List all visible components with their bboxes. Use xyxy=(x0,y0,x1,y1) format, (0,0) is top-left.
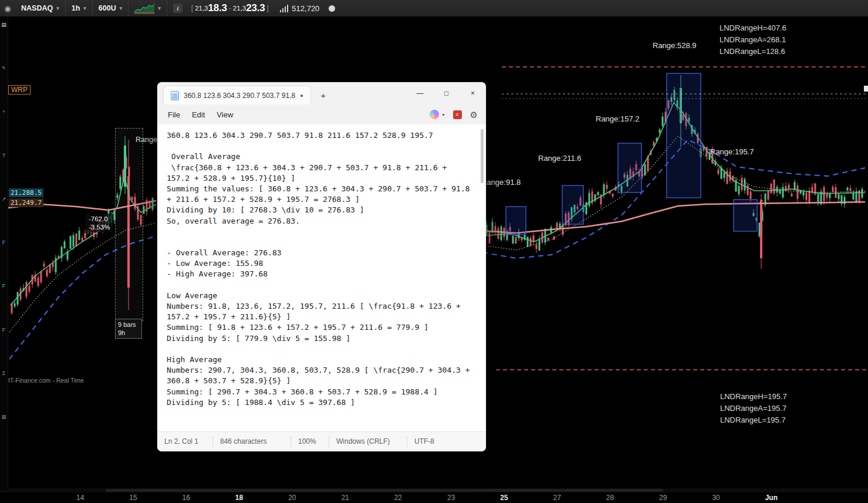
time-axis-label: Jun xyxy=(765,494,778,502)
editor-lines: 360.8 123.6 304.3 290.7 503.7 91.8 211.6… xyxy=(167,130,475,408)
lnd-range-item: LNDRangeL=195.7 xyxy=(720,414,787,426)
toolbar-icon[interactable]: F xyxy=(2,328,6,333)
editor-line xyxy=(167,141,475,151)
time-axis-label: 20 xyxy=(288,494,296,502)
time-axis-label: 15 xyxy=(129,494,137,502)
notepad-statusbar: Ln 2, Col 1 846 characters 100% Windows … xyxy=(157,431,486,451)
price-display: [ 21,3 18.3 - 21,3 23.3 ] xyxy=(190,3,271,13)
copilot-icon[interactable] xyxy=(430,110,439,119)
units-dropdown[interactable]: 600U ▾ xyxy=(93,0,129,16)
horizontal-scrollbar[interactable] xyxy=(0,488,868,492)
status-line-ending[interactable]: Windows (CRLF) xyxy=(329,436,407,448)
watermark: IT-Finance.com - Real Time xyxy=(8,377,84,384)
chevron-down-icon: ▾ xyxy=(83,6,86,11)
time-axis-label: 25 xyxy=(500,494,508,502)
toolbar-icon[interactable]: + xyxy=(2,109,5,114)
info-icon[interactable]: i xyxy=(173,4,183,13)
time-axis-label: 16 xyxy=(183,494,190,502)
time-axis-label: 23 xyxy=(447,494,455,502)
menu-edit[interactable]: Edit xyxy=(186,108,211,121)
symbol-dropdown[interactable]: NASDAQ ▾ xyxy=(15,0,66,16)
editor-line: 157.2 + 195.7 + 211.6}{5} ] xyxy=(167,312,475,322)
status-character-count: 846 characters xyxy=(212,436,291,448)
toolbar-icon[interactable]: ▦ xyxy=(1,414,6,420)
time-axis-label: 22 xyxy=(394,494,402,502)
editor-line: 360.8 123.6 304.3 290.7 503.7 91.8 211.6… xyxy=(167,130,475,141)
menu-view[interactable]: View xyxy=(211,108,239,121)
price-separator: - xyxy=(227,5,233,13)
window-controls: — □ × xyxy=(407,82,486,104)
editor-line: - Low Average: 155.98 xyxy=(167,258,475,269)
status-zoom[interactable]: 100% xyxy=(291,436,329,448)
editor-scrollbar[interactable] xyxy=(481,129,484,183)
chevron-down-icon: ▾ xyxy=(443,112,445,117)
price-bracket-open: [ xyxy=(190,5,195,13)
notepad-titlebar[interactable]: 360.8 123.6 304.3 290.7 503.7 91.8 ● + —… xyxy=(157,82,486,104)
ask-price-small: 21,3 xyxy=(233,5,246,13)
editor-line: 360.8 + 503.7 + 528.9}{5} ] xyxy=(167,376,475,386)
time-axis-label: 14 xyxy=(76,494,84,502)
chart-style-dropdown[interactable]: ▾ xyxy=(129,0,167,16)
chevron-down-icon: ▾ xyxy=(56,6,59,11)
maximize-button[interactable]: □ xyxy=(433,82,460,104)
editor-line: Dividing by 5: [ 1988.4 \div 5 = 397.68 … xyxy=(167,397,475,408)
symbol-label: NASDAQ xyxy=(21,4,53,12)
lnd-range-top-list: LNDRangeH=407.6LNDRangeA=268.1LNDRangeL=… xyxy=(720,22,786,58)
lnd-range-item: LNDRangeH=407.6 xyxy=(720,22,786,34)
toolbar-icon[interactable]: ↗ xyxy=(2,197,6,202)
time-axis-label: 27 xyxy=(553,494,561,502)
editor-line: - Overall Average: 276.83 xyxy=(167,248,475,258)
mini-chart-icon xyxy=(134,2,154,14)
price-bracket-close: ] xyxy=(265,5,271,13)
unsaved-indicator: ● xyxy=(300,93,303,99)
app-icon[interactable]: ◉ xyxy=(0,4,15,13)
bid-price-large: 18.3 xyxy=(208,3,227,13)
change-value: -762.0 xyxy=(89,215,110,223)
editor-line: \frac{360.8 + 123.6 + 304.3 + 290.7 + 50… xyxy=(167,163,475,173)
toolbar-icon[interactable]: ✎ xyxy=(2,66,6,71)
price-tag-low: 21,249.7 xyxy=(9,198,43,207)
selection-band[interactable] xyxy=(115,128,143,321)
record-icon[interactable] xyxy=(329,5,335,12)
range-label-157: Range:157.2 xyxy=(596,114,639,123)
chevron-down-icon: ▾ xyxy=(158,6,161,11)
editor-line xyxy=(167,227,475,237)
timeframe-dropdown[interactable]: 1h ▾ xyxy=(66,0,93,16)
bid-price-small: 21,3 xyxy=(195,5,208,13)
time-axis: 14151618202122232527282930Jun xyxy=(76,494,778,502)
timeframe-label: 1h xyxy=(72,4,80,12)
lnd-range-item: LNDRangeL=128.6 xyxy=(720,46,786,58)
minimize-button[interactable]: — xyxy=(407,82,433,104)
range-label-91: Range:91.8 xyxy=(481,178,521,187)
text-editor[interactable]: 360.8 123.6 304.3 290.7 503.7 91.8 211.6… xyxy=(157,124,486,431)
status-cursor-position: Ln 2, Col 1 xyxy=(157,436,212,448)
notepad-tab[interactable]: 360.8 123.6 304.3 290.7 503.7 91.8 ● xyxy=(163,86,311,105)
toolbar-icon[interactable]: ▤ xyxy=(1,22,6,28)
notepad-icon xyxy=(171,91,179,100)
indicator-badge[interactable]: WRP xyxy=(8,85,31,94)
red-extension-icon[interactable]: ≡ xyxy=(453,110,462,119)
editor-line: Summing the values: [ 360.8 + 123.6 + 30… xyxy=(167,184,475,194)
editor-line: Overall Average xyxy=(167,151,475,162)
editor-line: Summing: [ 290.7 + 304.3 + 360.8 + 503.7… xyxy=(167,387,475,397)
editor-line: Dividing by 5: [ 779.9 \div 5 = 155.98 ] xyxy=(167,333,475,344)
close-button[interactable]: × xyxy=(460,82,486,104)
editor-line xyxy=(167,280,475,291)
editor-line: High Average xyxy=(167,355,475,365)
menu-file[interactable]: File xyxy=(162,108,186,121)
settings-gear-icon[interactable]: ⚙ xyxy=(470,110,478,119)
lnd-range-bottom-list: LNDRangeH=195.7LNDRangeA=195.7LNDRangeL=… xyxy=(720,391,787,426)
lnd-range-item: LNDRangeA=268.1 xyxy=(720,34,786,46)
new-tab-button[interactable]: + xyxy=(316,87,331,103)
toolbar-icon[interactable]: F xyxy=(2,283,6,289)
time-axis-label: 21 xyxy=(341,494,349,502)
editor-line: Numbers: 290.7, 304.3, 360.8, 503.7, 528… xyxy=(167,365,475,376)
toolbar-icon[interactable]: T xyxy=(2,153,6,158)
range-label-left: Range xyxy=(136,136,157,144)
time-axis-label: 29 xyxy=(659,494,667,502)
editor-line: Numbers: 91.8, 123.6, 157.2, 195.7, 211.… xyxy=(167,301,475,312)
toolbar-icon[interactable]: F xyxy=(2,240,6,245)
scrollbar-thumb[interactable] xyxy=(106,489,663,492)
toolbar-icon[interactable]: Σ xyxy=(2,371,6,376)
status-encoding[interactable]: UTF-8 xyxy=(407,436,457,448)
